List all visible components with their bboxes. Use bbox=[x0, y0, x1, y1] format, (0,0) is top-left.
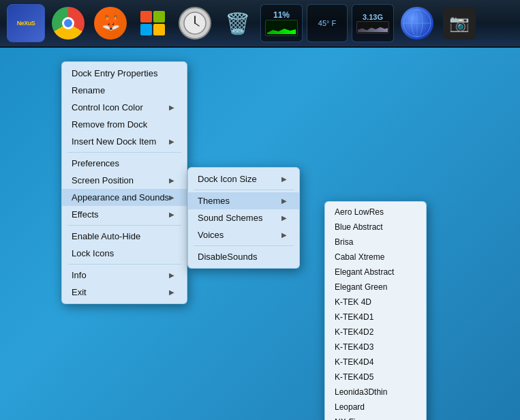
menu2-sound-schemes[interactable]: Sound Schemes ▶ bbox=[188, 209, 299, 226]
theme-ktek4d[interactable]: K-TEK 4D bbox=[325, 295, 426, 310]
clock-svg bbox=[183, 11, 207, 35]
arrow-icon: ▶ bbox=[281, 231, 287, 239]
theme-ktek4d5[interactable]: K-TEK4D5 bbox=[325, 370, 426, 385]
trash-icon: 🗑️ bbox=[221, 7, 254, 40]
arrow-icon: ▶ bbox=[169, 194, 174, 201]
arrow-icon: ▶ bbox=[281, 197, 287, 205]
theme-leonida3dthin[interactable]: Leonida3Dthin bbox=[325, 385, 426, 400]
cpu-graph bbox=[265, 20, 298, 36]
menu-divider-3 bbox=[67, 264, 181, 265]
theme-cabal-xtreme[interactable]: Cabal Xtreme bbox=[325, 250, 426, 265]
arrow-icon: ▶ bbox=[169, 104, 174, 111]
win-tile-blue bbox=[140, 24, 152, 35]
camera-dock-item[interactable]: 📷 bbox=[440, 4, 478, 42]
disk-value: 3.13G bbox=[363, 13, 383, 21]
menu-item-appearance-and-sounds[interactable]: Appearance and Sounds ▶ bbox=[62, 189, 187, 206]
disk-widget[interactable]: 3.13G bbox=[352, 4, 394, 42]
windows-grid bbox=[140, 11, 165, 35]
nexus-logo: NeXuS bbox=[7, 4, 45, 42]
arrow-icon: ▶ bbox=[169, 271, 174, 279]
menu-item-screen-position[interactable]: Screen Position ▶ bbox=[62, 172, 187, 189]
camera-icon: 📷 bbox=[443, 7, 476, 40]
theme-ktek4d2[interactable]: K-TEK4D2 bbox=[325, 325, 426, 340]
globe-icon bbox=[401, 7, 433, 40]
globe-dock-item[interactable] bbox=[398, 4, 436, 42]
arrow-icon: ▶ bbox=[169, 288, 174, 296]
menu2-divider-2 bbox=[194, 245, 294, 246]
menu-item-lock-icons[interactable]: Lock Icons bbox=[62, 245, 187, 262]
arrow-icon: ▶ bbox=[169, 177, 174, 184]
chrome-dock-item[interactable] bbox=[49, 4, 87, 42]
menu2-voices[interactable]: Voices ▶ bbox=[188, 226, 299, 243]
win-tile-green bbox=[153, 11, 165, 22]
disk-graph-line bbox=[358, 27, 388, 32]
arrow-icon: ▶ bbox=[281, 175, 287, 183]
cpu-graph-line bbox=[267, 27, 296, 34]
disk-graph bbox=[356, 21, 389, 33]
menu-item-dock-entry-properties[interactable]: Dock Entry Properties bbox=[62, 65, 187, 82]
theme-ktek4d3[interactable]: K-TEK4D3 bbox=[325, 340, 426, 355]
theme-elegant-green[interactable]: Elegant Green bbox=[325, 280, 426, 295]
menu-divider-1 bbox=[67, 152, 181, 153]
temp-widget[interactable]: 45° F bbox=[307, 4, 348, 42]
theme-elegant-abstract[interactable]: Elegant Abstract bbox=[325, 265, 426, 280]
theme-leopard[interactable]: Leopard bbox=[325, 400, 426, 415]
menu-item-control-icon-color[interactable]: Control Icon Color ▶ bbox=[62, 99, 187, 116]
temp-value: 45° F bbox=[318, 19, 336, 27]
chrome-inner-circle bbox=[62, 17, 74, 29]
windows-icon bbox=[136, 7, 169, 40]
menu-item-insert-new-dock-item[interactable]: Insert New Dock Item ▶ bbox=[62, 133, 187, 150]
clock-dock-item[interactable] bbox=[176, 4, 214, 42]
cpu-percent: 11% bbox=[273, 10, 290, 20]
menu-item-enable-auto-hide[interactable]: Enable Auto-Hide bbox=[62, 228, 187, 245]
theme-aero-lowres[interactable]: Aero LowRes bbox=[325, 205, 426, 220]
dock: NeXuS 🦊 🗑️ bbox=[0, 0, 520, 48]
win-tile-yellow bbox=[153, 24, 165, 35]
theme-ktek4d1[interactable]: K-TEK4D1 bbox=[325, 310, 426, 325]
theme-brisa[interactable]: Brisa bbox=[325, 235, 426, 250]
menu-item-remove-from-dock[interactable]: Remove from Dock bbox=[62, 116, 187, 133]
nexus-label: NeXuS bbox=[17, 20, 35, 27]
cpu-widget[interactable]: 11% bbox=[260, 4, 303, 42]
nexus-dock-item[interactable]: NeXuS bbox=[7, 4, 45, 42]
win-tile-red bbox=[140, 11, 152, 22]
context-menu-2: Dock Icon Size ▶ Themes ▶ Sound Schemes … bbox=[187, 167, 300, 269]
trash-dock-item[interactable]: 🗑️ bbox=[218, 4, 256, 42]
arrow-icon: ▶ bbox=[169, 211, 174, 218]
windows-dock-item[interactable] bbox=[134, 4, 172, 42]
arrow-icon: ▶ bbox=[281, 214, 287, 222]
menu-item-preferences[interactable]: Preferences bbox=[62, 155, 187, 172]
menu-item-effects[interactable]: Effects ▶ bbox=[62, 206, 187, 223]
menu2-divider-1 bbox=[194, 190, 294, 190]
menu-item-info[interactable]: Info ▶ bbox=[62, 267, 187, 284]
arrow-icon: ▶ bbox=[169, 138, 174, 145]
menu-divider-2 bbox=[67, 225, 181, 226]
globe-svg bbox=[402, 8, 432, 38]
menu2-dock-icon-size[interactable]: Dock Icon Size ▶ bbox=[188, 170, 299, 188]
clock-icon bbox=[179, 7, 211, 40]
menu2-disable-sounds[interactable]: DisableSounds bbox=[188, 248, 299, 265]
menu2-themes[interactable]: Themes ▶ bbox=[188, 192, 299, 209]
context-menu-1: Dock Entry Properties Rename Control Ico… bbox=[61, 61, 187, 304]
theme-nx-fire[interactable]: NX-Fire bbox=[325, 415, 426, 420]
firefox-icon: 🦊 bbox=[94, 7, 127, 40]
context-menu-3-themes: Aero LowResBlue AbstractBrisaCabal Xtrem… bbox=[324, 201, 427, 420]
menu-item-exit[interactable]: Exit ▶ bbox=[62, 284, 187, 301]
chrome-icon bbox=[52, 7, 85, 40]
theme-blue-abstract[interactable]: Blue Abstract bbox=[325, 220, 426, 235]
firefox-dock-item[interactable]: 🦊 bbox=[91, 4, 129, 42]
theme-ktek4d4[interactable]: K-TEK4D4 bbox=[325, 355, 426, 370]
menu-item-rename[interactable]: Rename bbox=[62, 82, 187, 99]
